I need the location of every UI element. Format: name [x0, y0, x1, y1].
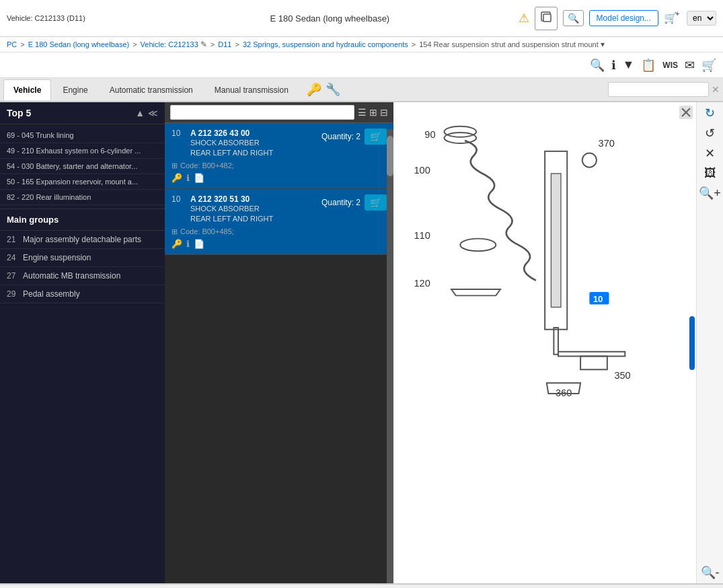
- top5-item[interactable]: 49 - 210 Exhaust system on 6-cylinder ..…: [0, 143, 165, 159]
- bc-vehicle-name[interactable]: E 180 Sedan (long wheelbase): [28, 40, 129, 48]
- parts-search-input[interactable]: [170, 105, 354, 120]
- tab-icon-key[interactable]: 🔑: [307, 82, 321, 97]
- zoom-in-icon[interactable]: 🔍+: [699, 186, 721, 200]
- top-search-icon[interactable]: 🔍: [563, 10, 584, 26]
- rotate-icon[interactable]: ↻: [705, 106, 715, 120]
- info-action-icon[interactable]: ℹ: [186, 173, 190, 183]
- part-details: A 212 326 43 00 SHOCK ABSORBERREAR LEFT …: [190, 128, 316, 159]
- svg-point-9: [582, 153, 597, 167]
- grid-view-icon[interactable]: ⊞: [369, 107, 377, 118]
- search-input[interactable]: [608, 82, 709, 97]
- history-icon[interactable]: ↺: [705, 126, 715, 141]
- filter-icon[interactable]: ▼: [623, 58, 635, 72]
- diagram-close-button[interactable]: [679, 106, 693, 121]
- doc-icon[interactable]: 📋: [641, 58, 656, 73]
- group-item-29[interactable]: 29 Pedal assembly: [0, 285, 165, 303]
- icon-toolbar: 🔍 ℹ ▼ 📋 WIS ✉ 🛒: [0, 52, 723, 78]
- parts-scroll-thumb[interactable]: [387, 136, 393, 176]
- group-item-27[interactable]: 27 Automatic MB transmission: [0, 267, 165, 285]
- group-num: 29: [7, 289, 19, 299]
- doc-action-icon[interactable]: 📄: [194, 239, 204, 249]
- search-clear-button[interactable]: ✕: [712, 84, 720, 95]
- sidebar: Top 5 ▲ ≪ 69 - 045 Trunk lining 49 - 210…: [0, 102, 165, 583]
- key-action-icon[interactable]: 🔑: [172, 173, 182, 183]
- wis-icon[interactable]: WIS: [662, 61, 678, 70]
- bc-d11[interactable]: D11: [218, 40, 231, 48]
- group-num: 27: [7, 271, 19, 281]
- svg-point-7: [444, 133, 476, 143]
- group-item-24[interactable]: 24 Engine suspension: [0, 249, 165, 267]
- part-name: SHOCK ABSORBERREAR LEFT AND RIGHT: [190, 138, 316, 159]
- label-90: 90: [424, 129, 435, 140]
- label-350: 350: [614, 370, 630, 381]
- image-icon[interactable]: 🖼: [704, 166, 716, 180]
- add-to-cart-button-1[interactable]: 🛒: [365, 128, 387, 145]
- bc-32[interactable]: 32 Springs, suspension and hydraulic com…: [243, 40, 408, 48]
- diagram-scroll-indicator[interactable]: [689, 316, 695, 370]
- table-icon: ⊞: [172, 227, 178, 236]
- top5-item[interactable]: 54 - 030 Battery, starter and alternator…: [0, 159, 165, 174]
- warning-icon[interactable]: ⚠: [519, 11, 529, 26]
- copy-icon[interactable]: [535, 7, 558, 30]
- bc-current-edit[interactable]: ▾: [601, 40, 605, 49]
- svg-text:+: +: [675, 9, 679, 17]
- tab-engine[interactable]: Engine: [52, 79, 98, 100]
- group-label: Major assembly detachable parts: [23, 235, 141, 244]
- top5-collapse-btn[interactable]: ▲: [135, 108, 145, 118]
- info-action-icon[interactable]: ℹ: [186, 239, 190, 249]
- tab-icon-tool[interactable]: 🔧: [326, 82, 340, 97]
- parts-search: [170, 105, 354, 120]
- top5-item[interactable]: 69 - 045 Trunk lining: [0, 128, 165, 143]
- tab-vehicle[interactable]: Vehicle: [3, 79, 51, 100]
- label-360: 360: [556, 388, 572, 398]
- part-actions-2: 🔑 ℹ 📄: [172, 239, 387, 249]
- language-select[interactable]: en: [687, 11, 716, 26]
- info-icon[interactable]: ℹ: [611, 58, 616, 73]
- list-view-icon[interactable]: ☰: [358, 107, 367, 118]
- part-item-1[interactable]: 10 A 212 326 43 00 SHOCK ABSORBERREAR LE…: [165, 123, 393, 189]
- part-quantity: Quantity: 2 🛒: [321, 194, 387, 211]
- key-action-icon[interactable]: 🔑: [172, 239, 182, 249]
- bc-vehicle-code[interactable]: Vehicle: C212133: [141, 40, 198, 48]
- parts-list: ☰ ⊞ ⊟ 10 A 212 326 43 00 SHOCK ABSORBERR…: [165, 102, 393, 583]
- svg-rect-15: [580, 356, 607, 369]
- code-text: Code: B00+482;: [180, 161, 234, 170]
- bc-edit-icon[interactable]: ✎: [200, 40, 207, 49]
- model-design-button[interactable]: Model design...: [589, 10, 658, 26]
- cart-icon[interactable]: 🛒: [701, 58, 716, 73]
- mail-icon[interactable]: ✉: [685, 58, 695, 73]
- svg-rect-11: [551, 174, 561, 307]
- svg-point-8: [444, 126, 476, 137]
- add-to-cart-button-2[interactable]: 🛒: [365, 194, 387, 211]
- part-pos: 10: [172, 194, 185, 204]
- top5-item[interactable]: 82 - 220 Rear illumination: [0, 190, 165, 205]
- zoom-icon[interactable]: 🔍: [590, 58, 605, 73]
- parts-list-scroll: 10 A 212 326 43 00 SHOCK ABSORBERREAR LE…: [165, 123, 393, 583]
- cart-plus-icon[interactable]: 🛒 +: [664, 9, 681, 28]
- top5-hide-btn[interactable]: ≪: [148, 108, 158, 118]
- tab-automatic-transmission[interactable]: Automatic transmission: [100, 79, 203, 100]
- label-10: 10: [593, 294, 603, 304]
- quantity-label: Quantity: 2: [321, 198, 360, 207]
- vehicle-name: E 180 Sedan (long wheelbase): [148, 13, 512, 24]
- doc-action-icon[interactable]: 📄: [194, 173, 204, 183]
- table-icon: ⊞: [172, 161, 178, 170]
- top5-item[interactable]: 50 - 165 Expansion reservoir, mount a...: [0, 174, 165, 190]
- bc-pc[interactable]: PC: [7, 40, 17, 48]
- label-100: 100: [414, 165, 430, 176]
- tab-manual-transmission[interactable]: Manual transmission: [204, 79, 299, 100]
- cross-icon[interactable]: ✕: [705, 146, 715, 161]
- part-pos: 10: [172, 128, 185, 138]
- expand-icon[interactable]: ⊟: [380, 107, 388, 118]
- part-code-2: ⊞ Code: B00+485;: [172, 227, 387, 236]
- top-bar: Vehicle: C212133 (D11) E 180 Sedan (long…: [0, 0, 723, 37]
- diagram-svg: 90 370 100 110 120 10: [393, 116, 723, 418]
- zoom-out-icon[interactable]: 🔍-: [701, 565, 720, 580]
- group-item-21[interactable]: 21 Major assembly detachable parts: [0, 231, 165, 249]
- part-item-2[interactable]: 10 A 212 320 51 30 SHOCK ABSORBERREAR LE…: [165, 189, 393, 255]
- svg-rect-1: [543, 14, 551, 22]
- top5-header: Top 5 ▲ ≪: [0, 102, 165, 124]
- label-110: 110: [414, 230, 430, 241]
- parts-scrollbar[interactable]: [387, 129, 393, 583]
- tab-bar: Vehicle Engine Automatic transmission Ma…: [0, 78, 723, 102]
